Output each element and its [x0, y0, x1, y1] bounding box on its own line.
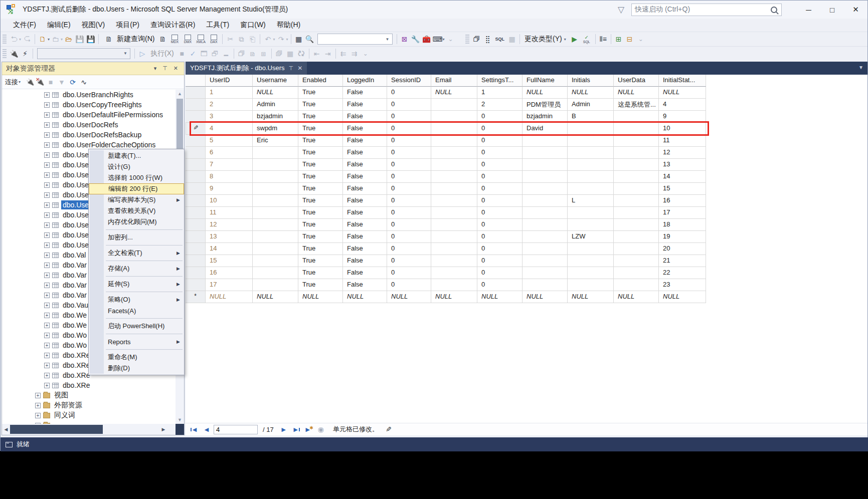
grid-cell[interactable]: False — [343, 243, 387, 255]
grid-cell[interactable]: 0 — [387, 267, 431, 279]
grid-cell[interactable]: 10 — [206, 195, 253, 207]
grid-cell[interactable]: 0 — [387, 279, 431, 291]
grid-cell[interactable] — [523, 231, 568, 243]
expand-plus-icon[interactable]: + — [44, 283, 50, 288]
scroll-up-icon[interactable]: ▲ — [176, 90, 184, 98]
grid-cell[interactable]: 17 — [659, 207, 706, 219]
grid-cell[interactable]: NULL — [431, 87, 477, 99]
expand-plus-icon[interactable]: + — [44, 232, 50, 238]
redo-dropdown-icon[interactable]: ▾ — [286, 37, 288, 42]
new-file-dropdown-icon[interactable]: ▾ — [48, 37, 50, 42]
document-list-dropdown-icon[interactable]: ▼ — [854, 62, 867, 73]
combo-dropdown-icon[interactable]: ▼ — [383, 37, 392, 42]
grid-cell[interactable]: bzjadmin — [253, 111, 298, 123]
paste-icon[interactable]: ⎗ — [247, 34, 257, 44]
grid-cell[interactable]: 0 — [387, 243, 431, 255]
diagram-pane-icon[interactable]: 🗇 — [472, 34, 482, 44]
grid-cell[interactable]: 9 — [206, 183, 253, 195]
grid-cell[interactable]: True — [298, 195, 343, 207]
grid-cell[interactable]: NULL — [206, 291, 253, 303]
new-dmx-query-icon[interactable]: DMX — [181, 35, 194, 44]
tree-item[interactable]: +视图 — [2, 390, 176, 400]
pin-icon[interactable]: ⊤ — [159, 65, 170, 72]
grid-cell[interactable]: False — [343, 255, 387, 267]
grid-cell[interactable]: True — [298, 99, 343, 111]
grid-cell[interactable] — [431, 171, 477, 183]
row-selector[interactable]: * — [186, 291, 206, 303]
grid-cell[interactable]: 2 — [477, 99, 523, 111]
grid-cell[interactable]: 9 — [659, 111, 706, 123]
expand-plus-icon[interactable]: + — [44, 132, 50, 138]
connect-plug-icon[interactable]: 🔌 — [9, 49, 19, 59]
grid-cell[interactable] — [614, 135, 659, 147]
navigate-back-icon[interactable]: ⮌ — [9, 34, 19, 44]
grid-cell[interactable]: 16 — [659, 195, 706, 207]
tab-pin-icon[interactable]: ⊤ — [289, 65, 294, 72]
grid-cell[interactable]: 0 — [477, 255, 523, 267]
grid-cell[interactable]: David — [523, 123, 568, 135]
grid-cell[interactable]: NULL — [568, 87, 614, 99]
tree-item[interactable]: +dbo.UserDocRefsBackup — [2, 130, 176, 140]
new-query-file-icon[interactable]: 🗋 — [38, 34, 48, 44]
row-selector[interactable] — [186, 159, 206, 171]
context-menu-item[interactable]: 编辑前 200 行(E) — [89, 183, 184, 194]
name-combobox[interactable]: ▼ — [317, 34, 393, 45]
grid-cell[interactable] — [614, 195, 659, 207]
grid-cell[interactable]: False — [343, 111, 387, 123]
grid-cell[interactable] — [431, 207, 477, 219]
new-query-button[interactable]: 🗎 新建查询(N) — [101, 34, 157, 44]
results-pane-icon[interactable]: ▦ — [507, 34, 517, 44]
context-menu-item[interactable]: 延伸(S)▶ — [89, 279, 184, 290]
grid-cell[interactable]: 0 — [387, 231, 431, 243]
grid-cell[interactable] — [614, 243, 659, 255]
grid-cell[interactable] — [253, 195, 298, 207]
grid-cell[interactable]: NULL — [477, 291, 523, 303]
grid-cell[interactable] — [523, 219, 568, 231]
editor-toolbar-grip[interactable] — [3, 49, 7, 58]
grid-cell[interactable]: 0 — [477, 111, 523, 123]
expand-plus-icon[interactable]: + — [44, 122, 50, 128]
activity-monitor-icon[interactable]: ∿ — [79, 77, 89, 87]
grid-cell[interactable]: False — [343, 147, 387, 159]
grid-cell[interactable] — [431, 135, 477, 147]
undo-dropdown-icon[interactable]: ▾ — [273, 37, 275, 42]
grid-cell[interactable] — [431, 195, 477, 207]
grid-cell[interactable] — [614, 219, 659, 231]
grid-cell[interactable] — [614, 267, 659, 279]
row-selector[interactable] — [186, 75, 206, 87]
expand-plus-icon[interactable]: + — [44, 343, 50, 348]
grid-cell[interactable]: 0 — [387, 99, 431, 111]
new-dax-query-icon[interactable]: DAX — [207, 35, 220, 44]
cancel-navigation-icon[interactable]: ◉ — [318, 425, 324, 433]
tab-close-icon[interactable]: ✕ — [297, 65, 302, 72]
expand-plus-icon[interactable]: + — [44, 253, 50, 258]
toolbar-overflow-icon[interactable]: ⌄ — [446, 34, 456, 44]
expand-plus-icon[interactable]: + — [44, 293, 50, 298]
grid-cell[interactable] — [568, 207, 614, 219]
grid-cell[interactable] — [253, 171, 298, 183]
tree-item[interactable]: +dbo.UserBranchRights — [2, 90, 176, 100]
expand-plus-icon[interactable]: + — [44, 353, 50, 358]
grid-cell[interactable]: 0 — [477, 183, 523, 195]
grid-cell[interactable] — [523, 183, 568, 195]
context-menu-item[interactable]: 内存优化顾问(M) — [89, 216, 184, 227]
context-menu-item[interactable]: 全文检索(T)▶ — [89, 247, 184, 259]
menu-item-7[interactable]: 帮助(H) — [271, 19, 306, 31]
grid-cell[interactable]: False — [343, 123, 387, 135]
tree-horizontal-scrollbar[interactable]: ◀ ▶ — [2, 424, 176, 435]
grid-cell[interactable]: 21 — [659, 255, 706, 267]
expand-plus-icon[interactable]: + — [44, 102, 50, 108]
grid-cell[interactable]: 0 — [387, 219, 431, 231]
grid-cell[interactable]: True — [298, 231, 343, 243]
expand-plus-icon[interactable]: + — [44, 152, 50, 158]
grid-cell[interactable]: 12 — [659, 147, 706, 159]
sqlcmd-icon[interactable]: 🗈 — [248, 49, 258, 59]
grid-cell[interactable] — [568, 255, 614, 267]
connect-menu[interactable]: 连接 — [5, 78, 18, 87]
grid-cell[interactable] — [523, 171, 568, 183]
grid-cell[interactable]: 23 — [659, 279, 706, 291]
grid-cell[interactable] — [568, 123, 614, 135]
menu-item-2[interactable]: 视图(V) — [76, 19, 111, 31]
grid-cell[interactable] — [614, 159, 659, 171]
filter-icon[interactable]: ▼ — [57, 77, 67, 87]
